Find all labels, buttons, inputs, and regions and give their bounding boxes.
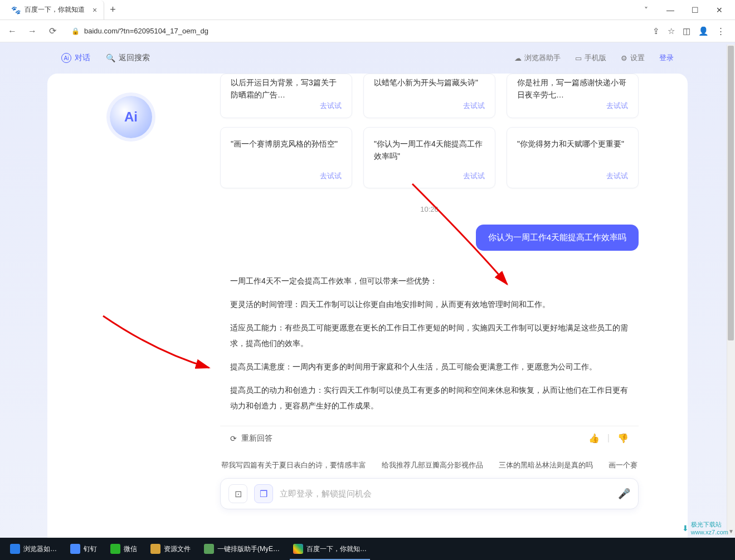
star-icon[interactable]: ☆	[668, 26, 675, 36]
try-link[interactable]: 去试试	[606, 171, 628, 181]
regenerate-button[interactable]: ⟳ 重新回答	[230, 434, 272, 444]
suggestion-chips: 帮我写四篇有关于夏日表白的诗，要情感丰富 给我推荐几部豆瓣高分影视作品 三体的黑…	[221, 460, 637, 470]
suggestion-card[interactable]: 以后开运日为背景，写3篇关于防晒霜的广告… 去试试	[220, 74, 352, 118]
suggestion-card[interactable]: "你认为一周工作4天能提高工作效率吗" 去试试	[363, 127, 495, 188]
url-input[interactable]: 🔒 baidu.com/?tn=62095104_17_oem_dg	[66, 25, 646, 37]
window-close-icon[interactable]: ✕	[708, 2, 731, 18]
app-icon	[204, 544, 214, 554]
try-link[interactable]: 去试试	[606, 101, 628, 111]
dialog-tab[interactable]: Ai 对话	[61, 53, 90, 63]
tab-title: 百度一下，你就知道	[25, 5, 85, 14]
cloud-icon: ☁	[514, 54, 522, 62]
side-panel-icon[interactable]: ◫	[683, 26, 690, 36]
dingtalk-icon	[70, 544, 80, 554]
chat-input-bar: ⊡ ❒ 立即登录，解锁提问机会 🎤	[220, 478, 639, 509]
settings-link[interactable]: ⚙ 设置	[621, 53, 645, 63]
page-header: Ai 对话 🔍 返回搜索 ☁ 浏览器助手 ▭ 手机版 ⚙ 设置 登录	[0, 42, 735, 74]
suggestion-card[interactable]: "画一个赛博朋克风格的孙悟空" 去试试	[220, 127, 352, 188]
suggestion-chip[interactable]: 给我推荐几部豆瓣高分影视作品	[382, 460, 483, 470]
user-message: 你认为一周工作4天能提高工作效率吗	[220, 225, 639, 251]
folder-icon	[150, 544, 160, 554]
user-bubble: 你认为一周工作4天能提高工作效率吗	[476, 225, 639, 251]
page-content: Ai 对话 🔍 返回搜索 ☁ 浏览器助手 ▭ 手机版 ⚙ 设置 登录	[0, 42, 735, 538]
menu-icon[interactable]: ⋮	[717, 26, 725, 36]
ai-avatar-icon: Ai	[110, 96, 152, 138]
phone-icon: ▭	[575, 54, 582, 62]
window-chevron-icon[interactable]: ˅	[635, 2, 657, 18]
thumbs-up-icon[interactable]: 👍	[588, 433, 600, 444]
login-button[interactable]: 登录	[659, 53, 674, 63]
profile-icon[interactable]: 👤	[698, 26, 709, 36]
main-panel: Ai 以后开运日为背景，写3篇关于防晒霜的广告… 去试试 以蜡笔小新为开头与篇藏…	[47, 74, 688, 538]
taskbar-item-active[interactable]: 百度一下，你就知…	[286, 538, 373, 560]
browser-helper-link[interactable]: ☁ 浏览器助手	[514, 53, 561, 63]
chat-input[interactable]: 立即登录，解锁提问机会	[280, 489, 611, 499]
suggestion-card[interactable]: 你是社用，写一篇感谢快递小哥日夜辛劳七… 去试试	[507, 74, 639, 118]
wechat-icon	[110, 544, 120, 554]
timestamp: 10:26	[220, 205, 639, 213]
try-link[interactable]: 去试试	[463, 171, 485, 181]
browser-tab[interactable]: 🐾 百度一下，你就知道 ×	[4, 1, 104, 20]
suggestion-chip[interactable]: 画一个赛	[609, 460, 637, 470]
return-search-label: 返回搜索	[119, 53, 150, 63]
taskbar-item[interactable]: 浏览器如…	[3, 538, 64, 560]
suggestion-chip[interactable]: 三体的黑暗丛林法则是真的吗	[499, 460, 593, 470]
gear-icon: ⚙	[621, 54, 627, 62]
refresh-icon: ⟳	[230, 434, 237, 443]
taskbar-item[interactable]: 一键排版助手(MyE…	[197, 538, 286, 560]
thumbs-down-icon[interactable]: 👎	[617, 433, 629, 444]
forward-button[interactable]: →	[26, 26, 39, 36]
share-icon[interactable]: ⇪	[653, 26, 660, 36]
address-bar: ← → ⟳ 🔒 baidu.com/?tn=62095104_17_oem_dg…	[0, 20, 735, 42]
lock-icon: 🔒	[71, 27, 80, 35]
attach-button[interactable]: ⊡	[228, 484, 247, 503]
mobile-link[interactable]: ▭ 手机版	[575, 53, 606, 63]
browser-icon	[10, 544, 20, 554]
window-minimize-icon[interactable]: —	[659, 2, 682, 18]
suggestion-chip[interactable]: 帮我写四篇有关于夏日表白的诗，要情感丰富	[221, 460, 366, 470]
suggestion-card[interactable]: "你觉得努力和天赋哪个更重要" 去试试	[507, 127, 639, 188]
watermark-icon: ⬇	[682, 524, 689, 533]
ai-badge-icon: Ai	[61, 53, 71, 63]
cube-button[interactable]: ❒	[254, 484, 273, 503]
browser-titlebar: 🐾 百度一下，你就知道 × + ˅ — ☐ ✕	[0, 0, 735, 20]
try-link[interactable]: 去试试	[320, 171, 342, 181]
taskbar-item[interactable]: 钉钉	[64, 538, 104, 560]
chrome-icon	[293, 544, 303, 554]
close-tab-icon[interactable]: ×	[93, 6, 97, 14]
suggestion-card[interactable]: 以蜡笔小新为开头与篇藏头诗" 去试试	[363, 74, 495, 118]
suggestion-cards-row2: "画一个赛博朋克风格的孙悟空" 去试试 "你认为一周工作4天能提高工作效率吗" …	[220, 127, 639, 188]
scrollbar[interactable]: ▲ ▼	[727, 45, 735, 535]
taskbar-item[interactable]: 资源文件	[144, 538, 197, 560]
chat-content: 以后开运日为背景，写3篇关于防晒霜的广告… 去试试 以蜡笔小新为开头与篇藏头诗"…	[215, 74, 688, 538]
baidu-favicon: 🐾	[11, 6, 20, 14]
mic-icon[interactable]: 🎤	[618, 488, 630, 500]
try-link[interactable]: 去试试	[463, 101, 485, 111]
new-tab-button[interactable]: +	[110, 4, 116, 16]
reload-button[interactable]: ⟳	[46, 26, 59, 36]
search-icon: 🔍	[106, 53, 115, 62]
dialog-tab-label: 对话	[75, 53, 90, 63]
sidebar: Ai	[47, 74, 215, 138]
return-search-link[interactable]: 🔍 返回搜索	[106, 53, 150, 63]
scroll-thumb[interactable]	[728, 46, 734, 340]
reply-actions: ⟳ 重新回答 👍 | 👎	[220, 426, 639, 450]
url-text: baidu.com/?tn=62095104_17_oem_dg	[84, 27, 208, 35]
try-link[interactable]: 去试试	[320, 101, 342, 111]
scroll-down-icon[interactable]: ▼	[727, 528, 735, 534]
window-maximize-icon[interactable]: ☐	[684, 2, 706, 18]
watermark: ⬇ 极光下载站 www.xz7.com	[682, 520, 728, 535]
suggestion-cards-row1: 以后开运日为背景，写3篇关于防晒霜的广告… 去试试 以蜡笔小新为开头与篇藏头诗"…	[220, 74, 639, 118]
back-button[interactable]: ←	[6, 26, 19, 36]
windows-taskbar: 浏览器如… 钉钉 微信 资源文件 一键排版助手(MyE… 百度一下，你就知…	[0, 538, 735, 560]
taskbar-item[interactable]: 微信	[104, 538, 144, 560]
ai-reply: 一周工作4天不一定会提高工作效率，但可以带来一些优势： 更灵活的时间管理：四天工…	[220, 261, 639, 426]
